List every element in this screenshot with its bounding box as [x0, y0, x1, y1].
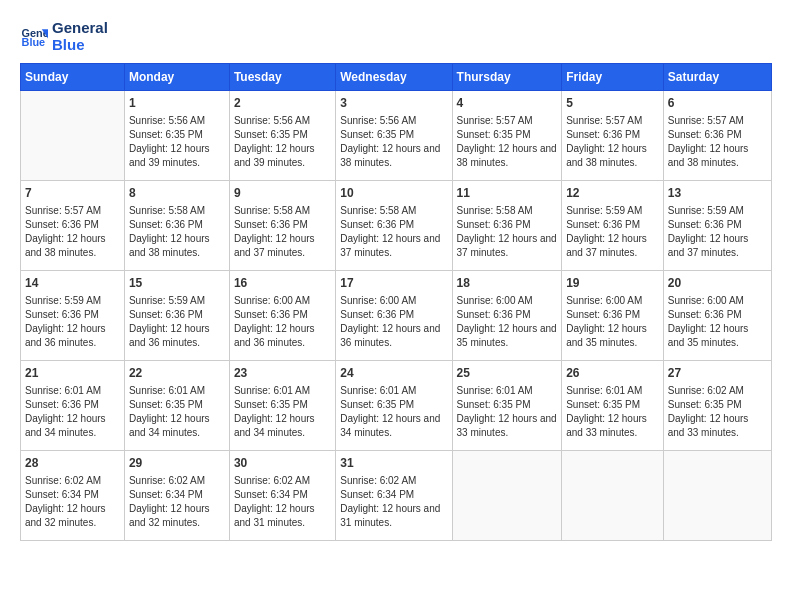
- day-info: Sunrise: 6:00 AMSunset: 6:36 PMDaylight:…: [340, 294, 447, 350]
- day-number: 8: [129, 185, 225, 202]
- day-number: 25: [457, 365, 558, 382]
- day-info: Sunrise: 5:58 AMSunset: 6:36 PMDaylight:…: [457, 204, 558, 260]
- calendar-body: 1Sunrise: 5:56 AMSunset: 6:35 PMDaylight…: [21, 91, 772, 541]
- calendar-cell: 21Sunrise: 6:01 AMSunset: 6:36 PMDayligh…: [21, 361, 125, 451]
- weekday-header-wednesday: Wednesday: [336, 64, 452, 91]
- day-number: 1: [129, 95, 225, 112]
- calendar-cell: 9Sunrise: 5:58 AMSunset: 6:36 PMDaylight…: [229, 181, 335, 271]
- calendar-cell: 7Sunrise: 5:57 AMSunset: 6:36 PMDaylight…: [21, 181, 125, 271]
- weekday-header-thursday: Thursday: [452, 64, 562, 91]
- week-row-2: 14Sunrise: 5:59 AMSunset: 6:36 PMDayligh…: [21, 271, 772, 361]
- day-info: Sunrise: 5:57 AMSunset: 6:36 PMDaylight:…: [25, 204, 120, 260]
- day-info: Sunrise: 6:02 AMSunset: 6:34 PMDaylight:…: [234, 474, 331, 530]
- day-number: 26: [566, 365, 659, 382]
- day-info: Sunrise: 5:59 AMSunset: 6:36 PMDaylight:…: [25, 294, 120, 350]
- day-info: Sunrise: 6:01 AMSunset: 6:35 PMDaylight:…: [566, 384, 659, 440]
- calendar-cell: [21, 91, 125, 181]
- day-number: 2: [234, 95, 331, 112]
- calendar-cell: 1Sunrise: 5:56 AMSunset: 6:35 PMDaylight…: [124, 91, 229, 181]
- calendar-cell: 30Sunrise: 6:02 AMSunset: 6:34 PMDayligh…: [229, 451, 335, 541]
- day-info: Sunrise: 6:00 AMSunset: 6:36 PMDaylight:…: [234, 294, 331, 350]
- day-number: 19: [566, 275, 659, 292]
- day-info: Sunrise: 5:59 AMSunset: 6:36 PMDaylight:…: [668, 204, 767, 260]
- day-number: 20: [668, 275, 767, 292]
- calendar-cell: 28Sunrise: 6:02 AMSunset: 6:34 PMDayligh…: [21, 451, 125, 541]
- calendar-cell: 26Sunrise: 6:01 AMSunset: 6:35 PMDayligh…: [562, 361, 664, 451]
- calendar-cell: 15Sunrise: 5:59 AMSunset: 6:36 PMDayligh…: [124, 271, 229, 361]
- week-row-3: 21Sunrise: 6:01 AMSunset: 6:36 PMDayligh…: [21, 361, 772, 451]
- day-info: Sunrise: 5:58 AMSunset: 6:36 PMDaylight:…: [340, 204, 447, 260]
- day-number: 15: [129, 275, 225, 292]
- day-number: 7: [25, 185, 120, 202]
- day-info: Sunrise: 6:01 AMSunset: 6:35 PMDaylight:…: [457, 384, 558, 440]
- weekday-header-monday: Monday: [124, 64, 229, 91]
- calendar-cell: 29Sunrise: 6:02 AMSunset: 6:34 PMDayligh…: [124, 451, 229, 541]
- day-info: Sunrise: 5:56 AMSunset: 6:35 PMDaylight:…: [129, 114, 225, 170]
- day-number: 30: [234, 455, 331, 472]
- day-number: 18: [457, 275, 558, 292]
- calendar-cell: 25Sunrise: 6:01 AMSunset: 6:35 PMDayligh…: [452, 361, 562, 451]
- calendar-cell: 27Sunrise: 6:02 AMSunset: 6:35 PMDayligh…: [663, 361, 771, 451]
- calendar-cell: [663, 451, 771, 541]
- calendar-cell: 16Sunrise: 6:00 AMSunset: 6:36 PMDayligh…: [229, 271, 335, 361]
- day-info: Sunrise: 5:59 AMSunset: 6:36 PMDaylight:…: [129, 294, 225, 350]
- day-number: 21: [25, 365, 120, 382]
- calendar-cell: 23Sunrise: 6:01 AMSunset: 6:35 PMDayligh…: [229, 361, 335, 451]
- day-number: 10: [340, 185, 447, 202]
- calendar-cell: 12Sunrise: 5:59 AMSunset: 6:36 PMDayligh…: [562, 181, 664, 271]
- calendar-table: SundayMondayTuesdayWednesdayThursdayFrid…: [20, 63, 772, 541]
- day-number: 9: [234, 185, 331, 202]
- weekday-header-row: SundayMondayTuesdayWednesdayThursdayFrid…: [21, 64, 772, 91]
- week-row-4: 28Sunrise: 6:02 AMSunset: 6:34 PMDayligh…: [21, 451, 772, 541]
- day-number: 4: [457, 95, 558, 112]
- calendar-cell: 18Sunrise: 6:00 AMSunset: 6:36 PMDayligh…: [452, 271, 562, 361]
- calendar-cell: 2Sunrise: 5:56 AMSunset: 6:35 PMDaylight…: [229, 91, 335, 181]
- weekday-header-tuesday: Tuesday: [229, 64, 335, 91]
- svg-text:Blue: Blue: [22, 36, 46, 48]
- day-number: 6: [668, 95, 767, 112]
- calendar-cell: 22Sunrise: 6:01 AMSunset: 6:35 PMDayligh…: [124, 361, 229, 451]
- day-info: Sunrise: 5:57 AMSunset: 6:36 PMDaylight:…: [566, 114, 659, 170]
- calendar-cell: 3Sunrise: 5:56 AMSunset: 6:35 PMDaylight…: [336, 91, 452, 181]
- day-info: Sunrise: 5:59 AMSunset: 6:36 PMDaylight:…: [566, 204, 659, 260]
- day-number: 31: [340, 455, 447, 472]
- page-header: General Blue General Blue: [20, 20, 772, 53]
- day-number: 29: [129, 455, 225, 472]
- weekday-header-friday: Friday: [562, 64, 664, 91]
- day-info: Sunrise: 6:02 AMSunset: 6:34 PMDaylight:…: [25, 474, 120, 530]
- calendar-cell: [452, 451, 562, 541]
- day-info: Sunrise: 6:01 AMSunset: 6:35 PMDaylight:…: [340, 384, 447, 440]
- day-info: Sunrise: 5:57 AMSunset: 6:35 PMDaylight:…: [457, 114, 558, 170]
- calendar-cell: [562, 451, 664, 541]
- calendar-cell: 13Sunrise: 5:59 AMSunset: 6:36 PMDayligh…: [663, 181, 771, 271]
- week-row-1: 7Sunrise: 5:57 AMSunset: 6:36 PMDaylight…: [21, 181, 772, 271]
- day-info: Sunrise: 6:00 AMSunset: 6:36 PMDaylight:…: [668, 294, 767, 350]
- day-info: Sunrise: 5:56 AMSunset: 6:35 PMDaylight:…: [340, 114, 447, 170]
- calendar-cell: 11Sunrise: 5:58 AMSunset: 6:36 PMDayligh…: [452, 181, 562, 271]
- day-info: Sunrise: 6:01 AMSunset: 6:36 PMDaylight:…: [25, 384, 120, 440]
- calendar-cell: 5Sunrise: 5:57 AMSunset: 6:36 PMDaylight…: [562, 91, 664, 181]
- calendar-cell: 31Sunrise: 6:02 AMSunset: 6:34 PMDayligh…: [336, 451, 452, 541]
- weekday-header-sunday: Sunday: [21, 64, 125, 91]
- calendar-cell: 6Sunrise: 5:57 AMSunset: 6:36 PMDaylight…: [663, 91, 771, 181]
- day-number: 14: [25, 275, 120, 292]
- day-number: 13: [668, 185, 767, 202]
- logo-blue: Blue: [52, 37, 108, 54]
- day-number: 16: [234, 275, 331, 292]
- logo: General Blue General Blue: [20, 20, 108, 53]
- day-info: Sunrise: 5:57 AMSunset: 6:36 PMDaylight:…: [668, 114, 767, 170]
- logo-general: General: [52, 20, 108, 37]
- day-info: Sunrise: 5:58 AMSunset: 6:36 PMDaylight:…: [129, 204, 225, 260]
- day-info: Sunrise: 6:02 AMSunset: 6:34 PMDaylight:…: [129, 474, 225, 530]
- day-info: Sunrise: 6:01 AMSunset: 6:35 PMDaylight:…: [129, 384, 225, 440]
- day-number: 3: [340, 95, 447, 112]
- calendar-cell: 10Sunrise: 5:58 AMSunset: 6:36 PMDayligh…: [336, 181, 452, 271]
- day-number: 28: [25, 455, 120, 472]
- day-info: Sunrise: 6:02 AMSunset: 6:34 PMDaylight:…: [340, 474, 447, 530]
- calendar-cell: 4Sunrise: 5:57 AMSunset: 6:35 PMDaylight…: [452, 91, 562, 181]
- day-number: 22: [129, 365, 225, 382]
- weekday-header-saturday: Saturday: [663, 64, 771, 91]
- day-info: Sunrise: 6:00 AMSunset: 6:36 PMDaylight:…: [566, 294, 659, 350]
- day-info: Sunrise: 6:02 AMSunset: 6:35 PMDaylight:…: [668, 384, 767, 440]
- calendar-cell: 20Sunrise: 6:00 AMSunset: 6:36 PMDayligh…: [663, 271, 771, 361]
